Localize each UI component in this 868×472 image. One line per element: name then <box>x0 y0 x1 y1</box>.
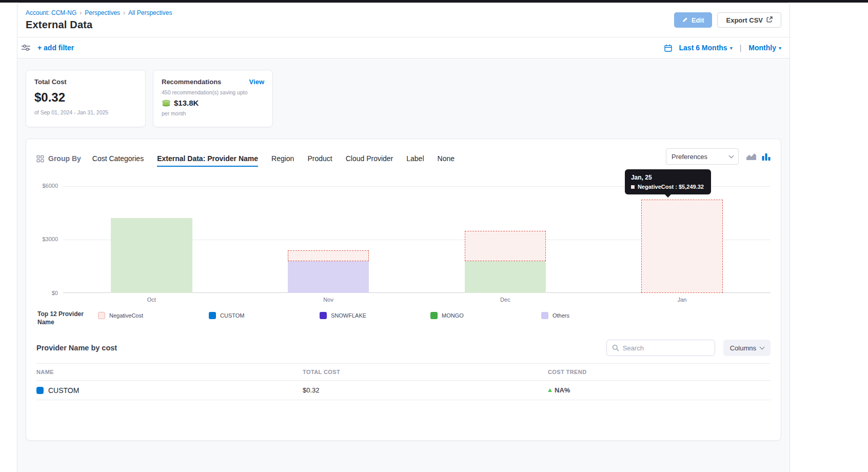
chevron-down-icon <box>760 345 765 350</box>
breadcrumb-account-link[interactable]: Account: CCM-NG <box>26 9 76 16</box>
breadcrumb-all-perspectives-link[interactable]: All Perspectives <box>128 9 172 16</box>
total-cost-card: Total Cost $0.32 of Sep 01, 2024 - Jan 3… <box>26 70 146 127</box>
table-empty-space <box>36 400 771 440</box>
money-icon <box>162 99 171 107</box>
table-header-row: NAME TOTAL COST COST TREND <box>36 363 771 381</box>
legend-item-negativecost[interactable]: NegativeCost <box>98 312 209 319</box>
column-header-cost-trend: COST TREND <box>548 369 771 375</box>
bar-dec-negativecost[interactable] <box>465 231 546 261</box>
legend-label: CUSTOM <box>220 312 244 319</box>
bar-nov-negativecost[interactable] <box>288 250 369 261</box>
calendar-icon <box>664 44 672 52</box>
row-name: CUSTOM <box>48 386 79 395</box>
legend-item-custom[interactable]: CUSTOM <box>209 312 320 319</box>
search-icon <box>612 344 619 351</box>
chevron-down-icon: ▾ <box>779 45 781 51</box>
chart-plot: Jan, 25 NegativeCost : $5,249.32 <box>63 186 771 293</box>
group-by-icon <box>36 155 44 163</box>
header-actions: Edit Export CSV <box>674 12 781 28</box>
x-axis-label-nov: Nov <box>240 297 417 303</box>
tooltip-value: NegativeCost : $5,249.32 <box>638 184 704 190</box>
bar-slot-dec[interactable] <box>417 186 594 293</box>
page-content: Total Cost $0.32 of Sep 01, 2024 - Jan 3… <box>17 58 790 472</box>
legend-item-mongo[interactable]: MONGO <box>430 312 541 319</box>
bar-oct-mongo[interactable] <box>111 218 192 293</box>
page-title: External Data <box>26 19 172 31</box>
bar-chart-toggle-icon[interactable] <box>762 153 771 161</box>
total-cost-value: $0.32 <box>34 90 137 105</box>
table-row[interactable]: CUSTOM $0.32 NA% <box>36 381 771 400</box>
chevron-down-icon <box>729 153 734 159</box>
table-toolbar: Provider Name by cost Columns <box>36 340 771 356</box>
filter-sliders-icon[interactable] <box>22 44 30 51</box>
y-tick-6000: $6000 <box>42 183 58 189</box>
breadcrumb-separator: › <box>123 9 125 16</box>
search-input[interactable] <box>623 344 709 352</box>
tab-label[interactable]: Label <box>406 154 424 167</box>
bar-slot-jan[interactable] <box>594 186 771 293</box>
breadcrumb: Account: CCM-NG › Perspectives › All Per… <box>26 9 172 16</box>
legend-swatch-icon <box>430 312 438 319</box>
recommendations-view-link[interactable]: View <box>249 78 264 86</box>
tab-cost-categories[interactable]: Cost Categories <box>92 154 144 167</box>
tooltip-series-marker <box>631 185 635 189</box>
column-header-name: NAME <box>36 369 303 375</box>
legend-title: Top 12 Provider Name <box>37 310 98 326</box>
bar-slot-nov[interactable] <box>240 186 417 293</box>
tab-product[interactable]: Product <box>307 154 332 167</box>
row-color-swatch <box>36 387 44 394</box>
legend-label: Others <box>553 312 569 319</box>
x-axis-labels: OctNovDecJan <box>63 297 771 303</box>
perspective-chart-card: Group By Cost CategoriesExternal Data: P… <box>26 139 781 441</box>
breadcrumb-perspectives-link[interactable]: Perspectives <box>85 9 120 16</box>
page-header: Account: CCM-NG › Perspectives › All Per… <box>17 3 790 37</box>
legend-swatch-icon <box>541 312 548 319</box>
legend-swatch-icon <box>209 312 216 319</box>
tab-cloud-provider[interactable]: Cloud Provider <box>346 154 393 167</box>
legend-label: MONGO <box>442 312 464 319</box>
columns-button[interactable]: Columns <box>723 340 771 356</box>
app-container: Account: CCM-NG › Perspectives › All Per… <box>17 3 790 472</box>
summary-cards: Total Cost $0.32 of Sep 01, 2024 - Jan 3… <box>26 70 781 127</box>
search-box <box>606 340 715 356</box>
recommendations-card: Recommendations View 450 recommendation(… <box>153 70 273 127</box>
tab-none[interactable]: None <box>438 154 455 167</box>
pencil-icon <box>682 16 688 24</box>
preferences-dropdown[interactable]: Preferences <box>666 148 739 165</box>
provider-cost-table: NAME TOTAL COST COST TREND CUSTOM $0.32 … <box>36 363 771 440</box>
breadcrumb-separator: › <box>80 9 82 16</box>
bar-dec-mongo[interactable] <box>465 261 546 293</box>
y-tick-3000: $3000 <box>42 236 58 242</box>
bar-slot-oct[interactable] <box>63 186 240 293</box>
x-axis-label-dec: Dec <box>417 297 594 303</box>
tooltip-title: Jan, 25 <box>631 174 705 181</box>
recommendations-per-month: per month <box>162 110 264 116</box>
tab-external-data-provider-name[interactable]: External Data: Provider Name <box>157 154 258 167</box>
external-link-icon <box>766 16 773 24</box>
date-range-dropdown[interactable]: Last 6 Months▾ <box>679 44 733 52</box>
trend-up-icon <box>548 388 552 392</box>
bar-nov-snowflake[interactable] <box>288 261 369 293</box>
legend-items: NegativeCostCUSTOMSNOWFLAKEMONGOOthers <box>98 310 652 319</box>
add-filter-button[interactable]: + add filter <box>37 44 74 52</box>
filter-bar: + add filter Last 6 Months▾ | Monthly▾ <box>17 37 790 58</box>
y-tick-0: $0 <box>52 290 58 296</box>
bar-jan-negativecost[interactable] <box>641 200 723 293</box>
x-axis: OctNovDecJan <box>36 293 771 303</box>
recommendations-title: Recommendations <box>162 78 221 86</box>
granularity-dropdown[interactable]: Monthly▾ <box>748 44 781 52</box>
row-total-cost: $0.32 <box>303 386 548 394</box>
dropdown-divider: | <box>740 44 742 52</box>
legend-item-others[interactable]: Others <box>541 312 652 319</box>
area-chart-toggle-icon[interactable] <box>746 153 757 161</box>
edit-button[interactable]: Edit <box>674 12 713 28</box>
total-cost-period: of Sep 01, 2024 - Jan 31, 2025 <box>34 109 137 115</box>
export-csv-button[interactable]: Export CSV <box>717 12 781 28</box>
groupby-tabs: Cost CategoriesExternal Data: Provider N… <box>92 154 455 167</box>
legend-item-snowflake[interactable]: SNOWFLAKE <box>320 312 430 319</box>
legend-swatch-icon <box>98 312 105 319</box>
chart-tooltip: Jan, 25 NegativeCost : $5,249.32 <box>625 169 711 194</box>
tab-region[interactable]: Region <box>271 154 294 167</box>
x-axis-label-oct: Oct <box>63 297 240 303</box>
x-axis-label-jan: Jan <box>594 297 771 303</box>
